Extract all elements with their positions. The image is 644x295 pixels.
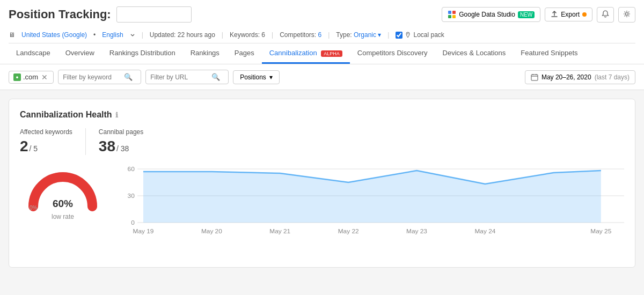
gauge-zero-label: 0% bbox=[30, 205, 37, 211]
positions-dropdown[interactable]: Positions ▾ bbox=[233, 70, 280, 84]
local-pack-checkbox[interactable] bbox=[396, 32, 402, 39]
search-url-icon[interactable]: 🔍 bbox=[211, 73, 220, 81]
export-button[interactable]: Export bbox=[545, 8, 592, 21]
domain-close-button[interactable]: ✕ bbox=[40, 73, 49, 82]
content-area: 60% 0% low rate 60 30 0 bbox=[20, 164, 624, 256]
filter-keyword-input[interactable] bbox=[63, 73, 122, 81]
tab-devices-locations[interactable]: Devices & Locations bbox=[435, 43, 514, 64]
toolbar-left: ● .com ✕ 🔍 🔍 Positions ▾ bbox=[9, 70, 280, 84]
svg-text:May 24: May 24 bbox=[474, 228, 496, 234]
keywords-text: Keywords: 6 bbox=[230, 31, 265, 39]
gds-icon bbox=[448, 10, 456, 19]
cannibal-pages-value: 38 / 38 bbox=[99, 138, 143, 155]
local-pack-label: Local pack bbox=[413, 31, 444, 39]
nav-tabs: Landscape Overview Rankings Distribution… bbox=[9, 43, 635, 64]
card-title-text: Cannibalization Health bbox=[20, 110, 112, 120]
affected-keywords-label: Affected keywords bbox=[20, 128, 72, 136]
chevron-down-icon: ▾ bbox=[269, 73, 273, 81]
chevron-down-icon bbox=[130, 32, 135, 38]
gauge-pct: 60% bbox=[53, 198, 73, 210]
svg-text:May 21: May 21 bbox=[269, 228, 290, 234]
chart-section: 60 30 0 May 19 May 20 May 21 May 22 May … bbox=[114, 164, 624, 256]
location-icon: 🖥 bbox=[9, 31, 15, 39]
svg-text:May 19: May 19 bbox=[133, 228, 154, 234]
export-label: Export bbox=[561, 11, 580, 18]
svg-rect-0 bbox=[448, 11, 451, 14]
svg-text:0: 0 bbox=[131, 219, 135, 226]
domain-icon: ● bbox=[13, 73, 21, 81]
pin-icon bbox=[405, 32, 411, 38]
tab-featured-snippets[interactable]: Featured Snippets bbox=[513, 43, 585, 64]
date-range-button[interactable]: May 20–26, 2020 (last 7 days) bbox=[525, 70, 635, 84]
tab-competitors-discovery[interactable]: Competitors Discovery bbox=[350, 43, 435, 64]
filter-url-input-wrap: 🔍 bbox=[145, 70, 229, 84]
tab-overview[interactable]: Overview bbox=[58, 43, 102, 64]
competitors-text: Competitors: 6 bbox=[280, 31, 321, 39]
filter-keyword-input-wrap: 🔍 bbox=[58, 70, 141, 84]
affected-total: / 5 bbox=[30, 144, 38, 153]
svg-point-5 bbox=[407, 33, 408, 34]
gauge-section: 60% 0% low rate bbox=[20, 164, 106, 220]
affected-keywords-value: 2 / 5 bbox=[20, 138, 72, 155]
date-range-text: May 20–26, 2020 bbox=[541, 73, 591, 81]
tab-pages[interactable]: Pages bbox=[227, 43, 262, 64]
card-title: Cannibalization Health ℹ bbox=[20, 110, 624, 120]
domain-tag: ● .com ✕ bbox=[9, 71, 54, 84]
lang-link[interactable]: English bbox=[102, 31, 123, 39]
tab-landscape[interactable]: Landscape bbox=[9, 43, 58, 64]
svg-point-4 bbox=[626, 12, 628, 15]
calendar-icon bbox=[531, 73, 538, 81]
title-text: Position Tracking: bbox=[9, 8, 111, 21]
filter-url-input[interactable] bbox=[150, 73, 209, 81]
cannibalization-card: Cannibalization Health ℹ Affected keywor… bbox=[9, 99, 635, 268]
cannibal-total: / 38 bbox=[116, 144, 129, 153]
tab-rankings[interactable]: Rankings bbox=[183, 43, 227, 64]
line-chart: 60 30 0 May 19 May 20 May 21 May 22 May … bbox=[114, 164, 624, 255]
sub-header: 🖥 United States (Google) • English | Upd… bbox=[9, 27, 635, 43]
upload-icon bbox=[551, 11, 558, 18]
tab-cannibalization[interactable]: Cannibalization ALPHA bbox=[262, 43, 350, 64]
location-link[interactable]: United States (Google) bbox=[21, 31, 87, 39]
svg-text:May 22: May 22 bbox=[338, 228, 359, 234]
metric-cannibal-pages: Cannibal pages 38 / 38 bbox=[99, 128, 156, 155]
svg-text:30: 30 bbox=[128, 193, 135, 199]
tab-rankings-distribution[interactable]: Rankings Distribution bbox=[102, 43, 183, 64]
updated-text: Updated: 22 hours ago bbox=[150, 31, 215, 39]
metric-affected-keywords: Affected keywords 2 / 5 bbox=[20, 128, 86, 155]
svg-rect-1 bbox=[452, 11, 456, 14]
svg-text:May 23: May 23 bbox=[406, 228, 427, 234]
gauge-rate-label: low rate bbox=[52, 213, 74, 220]
new-badge: NEW bbox=[518, 11, 535, 18]
svg-rect-6 bbox=[531, 75, 538, 80]
main-content: Cannibalization Health ℹ Affected keywor… bbox=[0, 90, 644, 276]
settings-icon bbox=[623, 10, 631, 18]
metrics-row: Affected keywords 2 / 5 Cannibal pages 3… bbox=[20, 128, 624, 155]
header-top: Position Tracking: Google Data Studio NE… bbox=[9, 6, 635, 23]
header: Position Tracking: Google Data Studio NE… bbox=[0, 0, 644, 64]
domain-text: .com bbox=[23, 73, 38, 81]
date-sub-text: (last 7 days) bbox=[595, 73, 630, 81]
svg-rect-3 bbox=[452, 15, 456, 18]
bullet: • bbox=[93, 31, 96, 39]
type-text: Type: Organic ▾ bbox=[336, 31, 381, 39]
settings-button[interactable] bbox=[618, 7, 635, 23]
bell-button[interactable] bbox=[597, 7, 614, 23]
cannibal-pages-label: Cannibal pages bbox=[99, 128, 143, 136]
export-dot bbox=[582, 12, 587, 17]
svg-text:60: 60 bbox=[128, 166, 135, 172]
alpha-badge: ALPHA bbox=[321, 50, 342, 57]
local-pack: Local pack bbox=[396, 31, 444, 39]
header-actions: Google Data Studio NEW Export bbox=[442, 7, 635, 23]
info-icon[interactable]: ℹ bbox=[115, 111, 118, 119]
svg-text:May 20: May 20 bbox=[201, 228, 222, 234]
toolbar: ● .com ✕ 🔍 🔍 Positions ▾ May 20–26, 2020… bbox=[0, 64, 644, 90]
gds-button[interactable]: Google Data Studio NEW bbox=[442, 7, 540, 22]
title-input[interactable] bbox=[116, 6, 192, 23]
positions-label: Positions bbox=[240, 73, 266, 81]
bell-icon bbox=[602, 10, 609, 18]
gds-label: Google Data Studio bbox=[459, 11, 515, 18]
svg-text:May 25: May 25 bbox=[590, 228, 611, 234]
search-keyword-icon[interactable]: 🔍 bbox=[124, 73, 133, 81]
page-title: Position Tracking: bbox=[9, 6, 192, 23]
svg-rect-2 bbox=[448, 15, 451, 18]
